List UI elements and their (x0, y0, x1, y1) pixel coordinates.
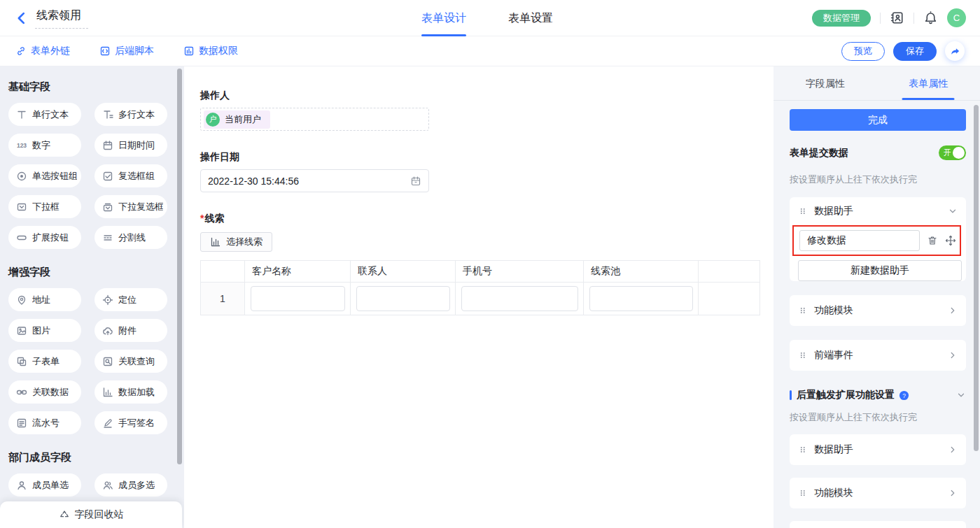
chevron-down-icon[interactable] (956, 390, 966, 400)
collapsed-card-header[interactable]: 前端事件 (790, 340, 966, 371)
chart-icon (210, 236, 221, 248)
new-data-helper-button[interactable]: 新建数据助手 (798, 260, 962, 281)
back-icon[interactable] (14, 10, 29, 26)
main-tabs: 表单设计 表单设置 (421, 0, 553, 36)
topbar: 线索领用 表单设计 表单设置 数据管理 C (0, 0, 980, 36)
sidebar-item-extend-button[interactable]: 扩展按钮 (8, 226, 81, 249)
table-cell-input[interactable] (589, 286, 693, 311)
table-cell-input[interactable] (251, 286, 345, 311)
collapsed-card-header[interactable]: 功能模块 (790, 478, 966, 508)
toolbar-link-label: 后端脚本 (115, 45, 154, 57)
sidebar-item-attachment[interactable]: 附件 (94, 319, 167, 342)
toolbar-link-script[interactable]: 后端脚本 (99, 45, 154, 57)
radio-group-icon (16, 171, 27, 182)
page-title: 线索领用 (35, 7, 88, 29)
current-user-tag: 户 当前用户 (204, 110, 270, 129)
save-button[interactable]: 保存 (893, 42, 937, 61)
sidebar-item-label: 下拉复选框 (118, 201, 163, 213)
help-question-icon[interactable]: ? (899, 390, 909, 401)
select-icon (16, 201, 27, 213)
related-query-icon (102, 356, 113, 367)
property-tabs: 字段属性 表单属性 (774, 66, 980, 101)
sidebar-scrollbar[interactable] (177, 69, 182, 464)
sidebar-item-number[interactable]: 123数字 (8, 134, 81, 157)
date-input[interactable]: 2022-12-30 15:44:56 (200, 169, 429, 192)
table-cell-input[interactable] (461, 286, 578, 311)
toolbar-link-label: 表单外链 (31, 45, 70, 57)
sidebar-item-address[interactable]: 地址 (8, 288, 81, 311)
sidebar-item-single-line-text[interactable]: 单行文本 (8, 103, 81, 126)
collapsed-card-前端事件: 前端事件 (790, 521, 966, 528)
topbar-actions: 数据管理 C (812, 8, 966, 27)
multi-line-text-icon (102, 109, 113, 120)
sidebar-item-select[interactable]: 下拉框 (8, 195, 81, 218)
sidebar-item-image[interactable]: 图片 (8, 319, 81, 342)
data-helper-card-header[interactable]: 数据助手 (790, 197, 966, 225)
user-avatar[interactable]: C (947, 8, 966, 27)
drag-handle-icon[interactable] (798, 350, 808, 360)
card-label: 数据助手 (814, 443, 853, 456)
submit-extra-cards: 功能模块前端事件 (790, 295, 966, 371)
sidebar-item-subform[interactable]: 子表单 (8, 350, 81, 373)
permission-icon (183, 45, 195, 57)
collapsed-card-header[interactable]: 功能模块 (790, 295, 966, 326)
tab-field-properties[interactable]: 字段属性 (774, 66, 877, 100)
data-manage-button[interactable]: 数据管理 (812, 10, 871, 27)
sidebar-item-related-data[interactable]: 关联数据 (8, 380, 81, 404)
notification-bell-icon[interactable] (923, 10, 938, 25)
drag-handle-icon[interactable] (798, 306, 808, 315)
share-icon (950, 46, 960, 57)
preview-button[interactable]: 预览 (841, 42, 885, 61)
sidebar-item-data-load[interactable]: 数据加载 (94, 380, 167, 404)
sidebar-item-member-single[interactable]: 成员单选 (8, 473, 81, 497)
sidebar-item-member-multi[interactable]: 成员多选 (94, 473, 167, 497)
toolbar: 表单外链后端脚本数据权限 预览 保存 (0, 36, 980, 66)
sidebar-item-multi-line-text[interactable]: 多行文本 (94, 103, 167, 126)
tab-form-settings[interactable]: 表单设置 (508, 0, 553, 36)
number-icon: 123 (16, 140, 27, 151)
operator-field-box[interactable]: 户 当前用户 (200, 108, 429, 131)
sidebar-item-checkbox-group[interactable]: 复选框组 (94, 164, 167, 187)
post-trigger-cards: 数据助手功能模块前端事件 (790, 434, 966, 528)
sidebar-item-related-query[interactable]: 关联查询 (94, 350, 167, 373)
table-cell-input[interactable] (356, 286, 450, 311)
panel-scrollbar[interactable] (974, 105, 979, 451)
sidebar-item-multi-select[interactable]: 下拉复选框 (94, 195, 167, 218)
sidebar-item-serial-number[interactable]: 流水号 (8, 411, 81, 434)
signature-icon (102, 418, 113, 429)
operator-field: 操作人 户 当前用户 (200, 90, 774, 131)
tab-form-design[interactable]: 表单设计 (421, 0, 466, 36)
property-panel: 字段属性 表单属性 完成 表单提交数据 开 按设置顺序从上往下依次执行完 (774, 66, 980, 528)
sidebar-section-title: 部门成员字段 (8, 451, 184, 464)
field-sidebar: 基础字段单行文本多行文本123数字日期时间单选按钮组复选框组下拉框下拉复选框扩展… (0, 66, 184, 528)
collapsed-card-header[interactable]: 数据助手 (790, 434, 966, 465)
select-clue-button[interactable]: 选择线索 (200, 232, 272, 252)
drag-handle-icon[interactable] (798, 488, 808, 498)
highlighted-data-helper-item: 修改数据 (792, 225, 961, 256)
toolbar-link-permission[interactable]: 数据权限 (183, 45, 238, 57)
address-book-icon[interactable] (890, 10, 904, 25)
delete-icon[interactable] (927, 235, 938, 246)
submit-data-title: 表单提交数据 (790, 147, 848, 159)
toolbar-link-link[interactable]: 表单外链 (15, 45, 70, 57)
sidebar-item-signature[interactable]: 手写签名 (94, 411, 167, 434)
share-button[interactable] (945, 41, 965, 61)
sidebar-item-divider-line[interactable]: 分割线 (94, 226, 167, 249)
collapsed-card-header[interactable]: 前端事件 (790, 521, 966, 528)
sidebar-item-label: 成员单选 (32, 479, 69, 492)
sidebar-item-locate[interactable]: 定位 (94, 288, 167, 311)
tab-form-properties[interactable]: 表单属性 (877, 66, 980, 100)
drag-handle-icon[interactable] (798, 445, 808, 455)
drag-handle-icon[interactable] (798, 206, 808, 216)
done-button[interactable]: 完成 (790, 109, 966, 131)
data-helper-item-input[interactable]: 修改数据 (799, 230, 920, 251)
sidebar-item-label: 图片 (32, 324, 50, 337)
sidebar-item-datetime[interactable]: 日期时间 (94, 134, 167, 157)
sidebar-item-radio-group[interactable]: 单选按钮组 (8, 164, 81, 187)
sidebar-item-label: 日期时间 (118, 139, 155, 152)
user-tag-avatar: 户 (206, 113, 220, 127)
row-index-cell: 1 (201, 283, 245, 315)
move-icon[interactable] (945, 235, 956, 246)
submit-data-toggle[interactable]: 开 (939, 145, 966, 160)
field-recycle-bin[interactable]: 字段回收站 (0, 501, 182, 528)
